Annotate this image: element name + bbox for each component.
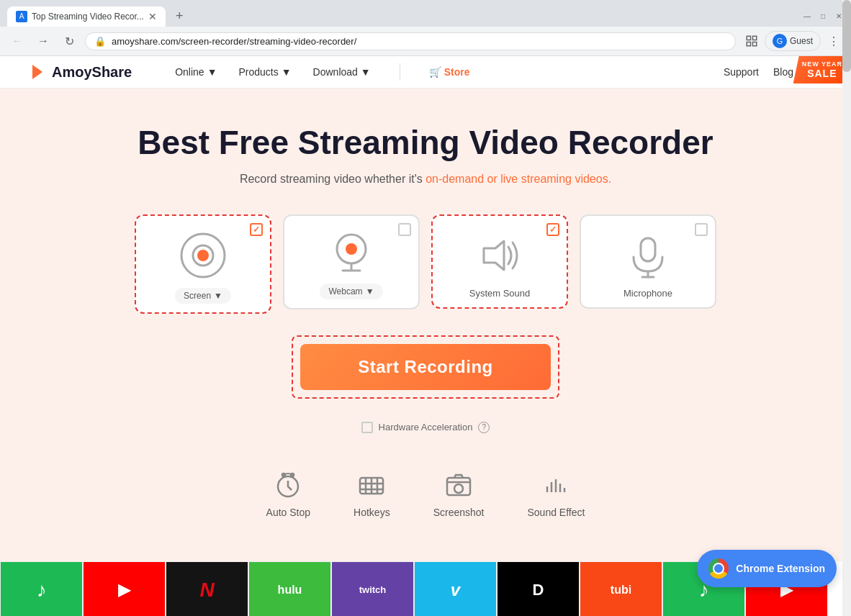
nav-blog[interactable]: Blog xyxy=(773,66,793,78)
chevron-down-icon: ▼ xyxy=(282,66,292,78)
system-sound-label: System Sound xyxy=(469,288,531,299)
feature-sound-effect[interactable]: Sound Effect xyxy=(527,469,585,518)
logo-spotify: ♪ xyxy=(0,561,83,616)
sale-badge-year: NEW YEAR xyxy=(802,60,842,68)
extensions-button[interactable] xyxy=(742,31,762,51)
features-row: Auto Stop Hotkeys xyxy=(29,462,822,540)
screen-icon xyxy=(178,230,228,281)
svg-rect-1 xyxy=(752,36,756,40)
cart-icon: 🛒 xyxy=(429,66,441,78)
svg-point-19 xyxy=(282,474,285,476)
forward-button[interactable]: → xyxy=(33,31,53,51)
screenshot-icon xyxy=(443,469,474,501)
logo[interactable]: AmoyShare xyxy=(29,63,132,81)
screen-dropdown[interactable]: Screen ▼ xyxy=(175,288,231,304)
svg-point-11 xyxy=(346,243,357,255)
nav-download[interactable]: Download ▼ xyxy=(313,66,371,78)
screen-label: Screen xyxy=(184,291,211,301)
page: AmoyShare Online ▼ Products ▼ Download ▼… xyxy=(0,56,851,616)
logo-youtube: ▶ xyxy=(83,561,166,616)
microphone-card[interactable]: Microphone xyxy=(580,214,716,309)
new-tab-button[interactable]: + xyxy=(170,6,189,27)
screen-checkbox[interactable] xyxy=(250,223,263,236)
menu-button[interactable]: ⋮ xyxy=(824,31,844,51)
webcam-dropdown[interactable]: Webcam ▼ xyxy=(320,284,382,299)
sale-badge-text: SALE xyxy=(807,68,837,79)
scrollbar[interactable] xyxy=(842,0,851,616)
svg-rect-2 xyxy=(747,42,750,46)
profile-label: Guest xyxy=(790,36,813,46)
main-nav: Online ▼ Products ▼ Download ▼ 🛒 Store xyxy=(175,63,469,81)
svg-marker-14 xyxy=(484,241,504,270)
address-bar[interactable]: 🔒 amoyshare.com/screen-recorder/streamin… xyxy=(85,32,736,50)
hardware-accel-checkbox[interactable] xyxy=(361,422,373,433)
svg-point-20 xyxy=(291,474,294,476)
nav-products[interactable]: Products ▼ xyxy=(238,66,291,78)
scrollbar-thumb[interactable] xyxy=(842,0,851,72)
microphone-label: Microphone xyxy=(623,288,672,299)
system-sound-checkbox[interactable] xyxy=(546,223,559,236)
tab-favicon: A xyxy=(16,11,27,22)
tab-close-button[interactable]: ✕ xyxy=(148,11,157,22)
subtitle-emphasis: on-demand or live streaming videos. xyxy=(426,173,611,185)
hotkeys-icon xyxy=(356,469,387,501)
chevron-down-icon: ▼ xyxy=(366,286,374,296)
window-controls: — □ ✕ xyxy=(802,12,844,22)
hero-subtitle: Record streaming video whether it's on-d… xyxy=(29,173,822,186)
hardware-acceleration: Hardware Acceleration ? xyxy=(29,422,822,433)
url-text: amoyshare.com/screen-recorder/streaming-… xyxy=(112,36,726,47)
site-header: AmoyShare Online ▼ Products ▼ Download ▼… xyxy=(0,56,851,89)
microphone-checkbox[interactable] xyxy=(695,223,708,236)
logo-hulu: hulu xyxy=(248,561,331,616)
microphone-icon xyxy=(623,230,673,281)
toolbar-actions: G Guest ⋮ xyxy=(742,31,844,51)
chrome-extension-button[interactable]: Chrome Extension xyxy=(697,550,837,587)
logo-vimeo: v xyxy=(414,561,497,616)
hotkeys-label: Hotkeys xyxy=(354,507,390,518)
svg-rect-3 xyxy=(752,42,756,46)
nav-store[interactable]: 🛒 Store xyxy=(429,66,470,78)
logo-icon xyxy=(29,63,46,81)
svg-point-9 xyxy=(197,250,209,261)
svg-point-28 xyxy=(454,484,463,493)
sound-effect-icon xyxy=(540,469,572,501)
chevron-down-icon: ▼ xyxy=(207,66,217,78)
nav-support[interactable]: Support xyxy=(724,66,759,78)
start-recording-button[interactable]: Start Recording xyxy=(300,344,551,390)
feature-auto-stop[interactable]: Auto Stop xyxy=(266,469,311,518)
webcam-card[interactable]: Webcam ▼ xyxy=(283,214,420,309)
chrome-logo-icon xyxy=(708,558,729,579)
refresh-button[interactable]: ↻ xyxy=(59,31,79,51)
logo-netflix: N xyxy=(166,561,248,616)
auto-stop-icon xyxy=(272,469,304,501)
screenshot-label: Screenshot xyxy=(433,507,485,518)
maximize-button[interactable]: □ xyxy=(818,12,828,22)
minimize-button[interactable]: — xyxy=(802,12,812,22)
browser-frame: A Top Streaming Video Recor... ✕ + — □ ✕… xyxy=(0,0,851,56)
webcam-icon-container xyxy=(328,230,374,276)
hardware-accel-label: Hardware Acceleration xyxy=(379,422,473,432)
start-recording-wrapper: Start Recording xyxy=(292,335,559,399)
logo-tubi: tubi xyxy=(580,561,662,616)
back-button[interactable]: ← xyxy=(7,31,27,51)
feature-hotkeys[interactable]: Hotkeys xyxy=(354,469,390,518)
browser-tab[interactable]: A Top Streaming Video Recor... ✕ xyxy=(7,6,166,27)
hero-section: Best Free Streaming Video Recorder Recor… xyxy=(0,89,851,561)
hero-title: Best Free Streaming Video Recorder xyxy=(29,124,822,161)
chevron-down-icon: ▼ xyxy=(214,291,222,301)
profile-button[interactable]: G Guest xyxy=(765,31,821,51)
tab-title: Top Streaming Video Recor... xyxy=(32,12,144,22)
hardware-accel-info-icon[interactable]: ? xyxy=(478,422,490,433)
webcam-label: Webcam xyxy=(328,286,362,296)
logo-dailymotion: D xyxy=(497,561,580,616)
nav-divider xyxy=(400,63,400,81)
feature-screenshot[interactable]: Screenshot xyxy=(433,469,485,518)
system-sound-card[interactable]: System Sound xyxy=(431,214,568,309)
system-sound-icon xyxy=(474,230,525,281)
chrome-extension-label: Chrome Extension xyxy=(736,562,825,575)
webcam-checkbox[interactable] xyxy=(398,223,411,236)
screen-card[interactable]: Screen ▼ xyxy=(135,214,271,314)
nav-online[interactable]: Online ▼ xyxy=(175,66,217,78)
recording-controls: Screen ▼ Webcam ▼ xyxy=(29,214,822,314)
auto-stop-label: Auto Stop xyxy=(266,507,311,518)
